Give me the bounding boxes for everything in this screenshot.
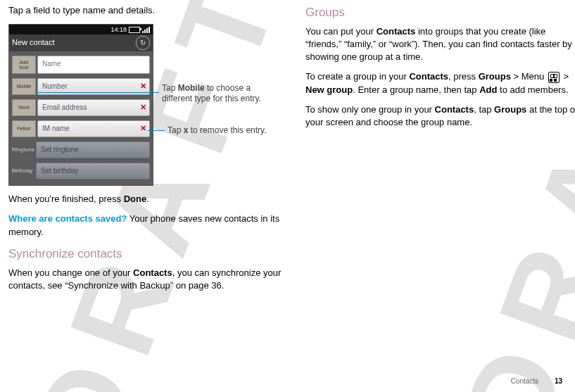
- callout-line: [148, 130, 165, 131]
- im-placeholder: IM name: [42, 125, 70, 132]
- sync-text: When you change one of your Contacts, yo…: [8, 267, 282, 292]
- phone-mockup: 14:18 New contact ↻ Add Icon Name Mobile: [8, 24, 153, 186]
- clock: 14:18: [110, 25, 127, 34]
- title-bar: New contact ↻: [9, 34, 153, 51]
- menu-icon: [548, 72, 560, 83]
- number-placeholder: Number: [42, 82, 68, 90]
- callout-line: [35, 92, 159, 93]
- saved-text: Where are contacts saved? Your phone sav…: [8, 213, 282, 238]
- finished-text: When you're finished, press Done.: [8, 193, 282, 206]
- intro-text: Tap a field to type name and details.: [8, 4, 282, 17]
- groups-p3: To show only one group in your Contacts,…: [305, 103, 575, 129]
- page-number: 13: [555, 377, 562, 385]
- set-birthday-button[interactable]: Set birthday: [36, 163, 150, 179]
- groups-p2: To create a group in your Contacts, pres…: [305, 70, 575, 96]
- name-field[interactable]: Name: [37, 56, 150, 74]
- groups-heading: Groups: [305, 4, 575, 21]
- status-bar: 14:18: [9, 25, 153, 34]
- delete-email-icon[interactable]: ✕: [140, 102, 146, 113]
- callout-remove-entry: Tap x to remove this entry.: [168, 125, 287, 136]
- birthday-label: Birthday: [12, 163, 34, 179]
- email-field[interactable]: Email address✕: [37, 99, 150, 116]
- refresh-icon[interactable]: ↻: [136, 36, 150, 50]
- set-ringtone-button[interactable]: Set ringtone: [36, 141, 150, 158]
- im-field[interactable]: IM name✕: [37, 120, 150, 137]
- callout-mobile-type: Tap Mobile to choose a different type fo…: [162, 83, 282, 104]
- add-icon-button[interactable]: Add Icon: [12, 56, 36, 74]
- battery-icon: [129, 27, 140, 33]
- sync-heading: Synchronize contacts: [8, 246, 282, 263]
- email-placeholder: Email address: [42, 103, 87, 111]
- delete-number-icon[interactable]: ✕: [140, 81, 146, 91]
- signal-icon: [142, 27, 150, 33]
- ringtone-label: Ringtone: [12, 141, 34, 158]
- work-type-label[interactable]: Work: [12, 99, 36, 116]
- groups-p1: You can put your Contacts into groups th…: [305, 25, 575, 64]
- mobile-type-label[interactable]: Mobile: [12, 78, 36, 95]
- screen-title: New contact: [12, 37, 55, 48]
- fetion-type-label[interactable]: Fetion: [12, 120, 36, 137]
- delete-im-icon[interactable]: ✕: [140, 123, 146, 134]
- footer-section: Contacts: [511, 377, 538, 385]
- footer: Contacts 13: [511, 377, 562, 385]
